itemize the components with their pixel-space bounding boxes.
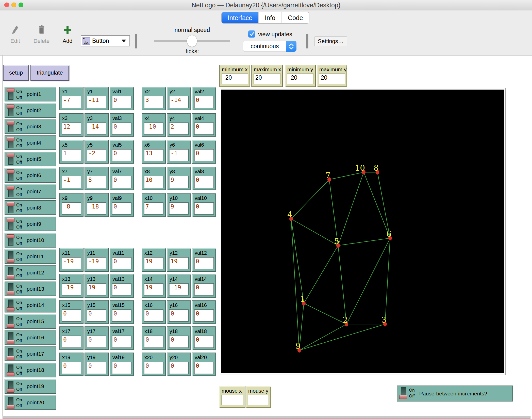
input-value-box[interactable]: 9 [169, 202, 189, 215]
input-value-box[interactable]: 7 [144, 202, 163, 215]
input-value-box[interactable]: -11 [87, 96, 106, 108]
input-value-box[interactable]: 19 [144, 283, 163, 295]
switch-knob[interactable] [7, 186, 14, 190]
switch-point3[interactable]: OnOffpoint3 [5, 119, 56, 134]
switch-point4[interactable]: OnOffpoint4 [5, 135, 56, 150]
tab-code[interactable]: Code [281, 12, 309, 23]
settings-button[interactable]: Settings… [314, 37, 347, 46]
input-value-box[interactable]: -18 [87, 202, 106, 215]
switch-knob[interactable] [7, 104, 14, 109]
input-value-box[interactable]: 0 [112, 149, 131, 161]
input-value-box[interactable]: 0 [194, 283, 214, 295]
switch-knob[interactable] [7, 202, 14, 206]
input-value-box[interactable]: 0 [62, 336, 81, 348]
input-value-box[interactable]: 0 [144, 309, 163, 322]
input-value-box[interactable]: 0 [194, 176, 214, 188]
input-value-box[interactable]: 0 [144, 362, 163, 374]
input-value-box[interactable]: 8 [87, 176, 106, 188]
switch-knob[interactable] [7, 137, 14, 141]
input-value-box[interactable]: 0 [194, 309, 214, 322]
switch-knob[interactable] [7, 307, 14, 311]
input-value-box[interactable]: 9 [169, 176, 189, 188]
world-view[interactable]: 12345678910 [221, 90, 504, 373]
input-value-box[interactable]: 0 [194, 149, 214, 161]
switch-knob[interactable] [7, 169, 14, 173]
switch-point5[interactable]: OnOffpoint5 [5, 152, 56, 166]
tab-info[interactable]: Info [258, 12, 281, 23]
input-value-box[interactable]: -19 [87, 257, 106, 269]
switch-point1[interactable]: OnOffpoint1 [5, 87, 56, 101]
switch-pause-between-increments[interactable]: OnOffPause-between-increments? [397, 386, 513, 401]
switch-point18[interactable]: OnOffpoint18 [5, 363, 56, 377]
switch-knob[interactable] [7, 88, 14, 92]
switch-knob[interactable] [399, 395, 407, 399]
switch-point10[interactable]: OnOffpoint10 [5, 233, 56, 248]
setup-button[interactable]: setup [3, 65, 29, 81]
switch-point2[interactable]: OnOffpoint2 [5, 103, 56, 118]
input-value-box[interactable]: 19 [87, 283, 106, 295]
switch-point6[interactable]: OnOffpoint6 [5, 168, 56, 183]
switch-knob[interactable] [7, 275, 14, 279]
switch-point7[interactable]: OnOffpoint7 [5, 184, 56, 199]
switch-knob[interactable] [7, 291, 14, 295]
input-value-box[interactable]: 0 [169, 336, 189, 348]
input-value-box[interactable]: 10 [144, 176, 163, 188]
input-value-box[interactable]: 0 [194, 96, 214, 108]
input-value-box[interactable]: 0 [112, 176, 131, 188]
input-value-box[interactable]: 0 [112, 257, 131, 269]
input-value-box[interactable]: 0 [112, 362, 131, 374]
input-value-box[interactable]: 0 [194, 202, 214, 215]
horizontal-scrollbar[interactable] [3, 416, 530, 419]
input-value-box[interactable]: -1 [62, 176, 81, 188]
triangulate-button[interactable]: triangulate [30, 65, 69, 81]
input-value-box[interactable]: -8 [62, 202, 81, 215]
add-widget-button[interactable]: Add [56, 24, 79, 44]
view-updates-checkbox[interactable] [248, 30, 255, 38]
switch-knob[interactable] [7, 121, 14, 125]
input-value-box[interactable]: 0 [112, 283, 131, 295]
switch-knob[interactable] [7, 234, 14, 238]
switch-point11[interactable]: OnOffpoint11 [5, 249, 56, 264]
switch-point20[interactable]: OnOffpoint20 [5, 395, 56, 410]
edit-button[interactable]: Edit [5, 24, 25, 44]
input-value-box[interactable]: -19 [62, 257, 81, 269]
input-value-box[interactable]: 13 [144, 149, 163, 161]
switch-point14[interactable]: OnOffpoint14 [5, 298, 56, 312]
speed-slider-thumb[interactable] [187, 35, 197, 47]
switch-point8[interactable]: OnOffpoint8 [5, 200, 56, 215]
input-value-box[interactable]: -14 [169, 96, 189, 108]
widget-type-dropdown[interactable]: abc Button [81, 35, 130, 46]
input-value-box[interactable]: 0 [194, 257, 214, 269]
switch-point13[interactable]: OnOffpoint13 [5, 282, 56, 296]
update-mode-dropdown[interactable]: continuous [243, 41, 296, 52]
switch-point9[interactable]: OnOffpoint9 [5, 217, 56, 231]
switch-knob[interactable] [7, 324, 14, 328]
switch-point12[interactable]: OnOffpoint12 [5, 265, 56, 280]
input-value-box[interactable]: 0 [194, 123, 214, 135]
input-value-box[interactable]: -14 [87, 123, 106, 135]
switch-knob[interactable] [7, 372, 14, 376]
switch-point16[interactable]: OnOffpoint16 [5, 330, 56, 345]
input-value-box[interactable]: 0 [112, 309, 131, 322]
input-value-box[interactable]: 19 [169, 257, 189, 269]
input-value-box[interactable]: 0 [169, 362, 189, 374]
input-value-box[interactable]: 0 [112, 96, 131, 108]
input-value-box[interactable]: 0 [194, 336, 214, 348]
input-value-box[interactable]: 0 [112, 123, 131, 135]
input-value-box[interactable]: 0 [62, 309, 81, 322]
input-value-box[interactable]: 19 [144, 257, 163, 269]
input-value-box[interactable]: 0 [112, 336, 131, 348]
delete-button[interactable]: Delete [29, 24, 54, 44]
switch-knob[interactable] [7, 356, 14, 360]
input-value-box[interactable]: -19 [169, 283, 189, 295]
tab-interface[interactable]: Interface [222, 12, 258, 23]
switch-knob[interactable] [7, 340, 14, 344]
input-value-box[interactable]: 0 [87, 362, 106, 374]
switch-point15[interactable]: OnOffpoint15 [5, 314, 56, 329]
input-value-box[interactable]: -2 [87, 149, 106, 161]
input-value-box[interactable]: 3 [144, 96, 163, 108]
input-value-box[interactable]: 0 [194, 362, 214, 374]
switch-knob[interactable] [7, 153, 14, 157]
input-value-box[interactable]: 0 [87, 309, 106, 322]
input-value-box[interactable]: 0 [144, 336, 163, 348]
